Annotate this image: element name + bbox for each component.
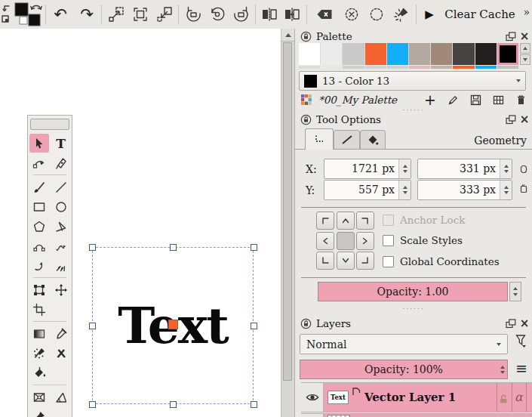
spin-arrows[interactable] bbox=[500, 181, 512, 199]
palette-scroll-up-button[interactable] bbox=[520, 43, 530, 54]
tab-fill[interactable] bbox=[360, 130, 386, 150]
layer-lock-icon[interactable] bbox=[498, 393, 509, 407]
edit-palette-button[interactable] bbox=[444, 93, 461, 107]
tool-opacity-spin[interactable] bbox=[509, 282, 521, 301]
palette-grid-button[interactable] bbox=[490, 93, 506, 107]
palette-swatch-8[interactable] bbox=[475, 43, 497, 65]
selection-handle[interactable] bbox=[89, 244, 96, 251]
anchor-tl-button[interactable] bbox=[316, 212, 334, 230]
anchor-down-button[interactable] bbox=[337, 252, 355, 270]
anchor-bl-button[interactable] bbox=[316, 252, 334, 270]
mirror-vertical-button[interactable] bbox=[281, 2, 303, 26]
checkbox[interactable] bbox=[383, 215, 394, 226]
width-spinbox[interactable]: 331 px bbox=[417, 159, 512, 179]
checkbox-row-global-coordinates[interactable]: Global Coordinates bbox=[383, 255, 500, 268]
palette-swatch-row2-5[interactable] bbox=[409, 66, 430, 69]
palette-swatch-6[interactable] bbox=[431, 43, 452, 65]
layer-row-vector-layer-1[interactable]: Text Vector Layer 1 α bbox=[301, 382, 532, 412]
spin-arrows[interactable] bbox=[500, 159, 512, 178]
anchor-tr-button[interactable] bbox=[356, 212, 374, 230]
deselect-round-button[interactable] bbox=[340, 2, 364, 26]
tool-measure[interactable] bbox=[51, 388, 71, 406]
palette-swatch-1[interactable] bbox=[321, 43, 342, 65]
tool-colorize-mask[interactable] bbox=[51, 344, 71, 363]
palette-swatch-0[interactable] bbox=[299, 43, 320, 65]
layer-filter-icon[interactable] bbox=[515, 334, 527, 348]
selection-handle[interactable] bbox=[251, 401, 257, 408]
tool-color-sampler[interactable] bbox=[51, 324, 71, 343]
palette-name[interactable]: *00_My Palette bbox=[318, 94, 416, 106]
palette-swatch-row2-6[interactable] bbox=[431, 66, 452, 69]
rotate-left-button[interactable] bbox=[181, 2, 205, 26]
tool-text-tool[interactable]: T bbox=[51, 134, 71, 153]
tool-opacity-slider[interactable]: Opacity: 1.00 bbox=[318, 282, 508, 301]
clear-cache-button[interactable]: Clear Cache bbox=[442, 2, 518, 26]
tool-line[interactable] bbox=[51, 178, 71, 196]
tool-polyline[interactable] bbox=[51, 217, 71, 236]
palette-swatch-row2-0[interactable] bbox=[299, 66, 320, 69]
checkbox-row-scale-styles[interactable]: Scale Styles bbox=[383, 233, 463, 247]
spin-arrows[interactable] bbox=[398, 181, 411, 199]
docker-resize-handle[interactable]: ······ bbox=[295, 307, 532, 311]
layers-float-button[interactable] bbox=[505, 317, 517, 329]
tool-edit-shapes[interactable] bbox=[29, 153, 49, 172]
checkbox[interactable] bbox=[383, 256, 394, 267]
anchor-br-button[interactable] bbox=[356, 252, 374, 270]
selection-handle[interactable] bbox=[89, 401, 96, 408]
tool-dynamic-brush[interactable] bbox=[29, 256, 49, 275]
paint-selection-button[interactable] bbox=[389, 2, 414, 26]
palette-list-icon[interactable] bbox=[300, 94, 312, 106]
selection-handle[interactable] bbox=[89, 323, 96, 329]
palette-swatch-row2-7[interactable] bbox=[453, 66, 474, 69]
layers-menu-icon[interactable]: ≡ bbox=[515, 361, 527, 375]
palette-swatch-5[interactable] bbox=[409, 43, 430, 65]
selection-handle[interactable] bbox=[251, 323, 257, 329]
tool-options-close-button[interactable]: × bbox=[518, 113, 530, 125]
height-spinbox[interactable]: 333 px bbox=[417, 180, 512, 200]
palette-close-button[interactable]: × bbox=[518, 30, 530, 42]
tool-multibrush[interactable] bbox=[51, 256, 71, 275]
play-button[interactable]: ▶ bbox=[420, 2, 439, 26]
toolbar-overflow-chevron[interactable]: » bbox=[523, 6, 530, 18]
tool-bezier-curve[interactable] bbox=[29, 236, 49, 255]
tool-freehand-brush[interactable] bbox=[29, 178, 49, 196]
x-position-spinbox[interactable]: 1721 px bbox=[324, 159, 411, 179]
mirror-horizontal-button[interactable] bbox=[258, 2, 281, 26]
palette-swatch-2[interactable] bbox=[343, 43, 364, 65]
selection-handle[interactable] bbox=[170, 244, 177, 251]
scrollbar-thumb[interactable] bbox=[283, 42, 292, 381]
palette-swatch-4[interactable] bbox=[387, 43, 408, 65]
tool-polygon[interactable] bbox=[29, 217, 49, 236]
checkbox[interactable] bbox=[383, 235, 394, 246]
checkbox-row-anchor-lock[interactable]: Anchor Lock bbox=[383, 213, 465, 227]
layer-opacity-slider[interactable]: Opacity: 100% bbox=[300, 360, 508, 379]
palette-swatch-row2-9[interactable] bbox=[497, 66, 518, 69]
palette-docker-header[interactable]: Palette bbox=[295, 29, 532, 44]
palette-swatch-9[interactable] bbox=[497, 43, 518, 65]
palette-color-select[interactable]: 13 - Color 13 bbox=[299, 71, 526, 91]
palette-swatch-row2-1[interactable] bbox=[321, 66, 342, 69]
spin-arrows[interactable] bbox=[398, 159, 411, 178]
tool-fill[interactable] bbox=[29, 363, 49, 382]
layer-thumbnail[interactable]: Text bbox=[328, 391, 349, 404]
tab-stroke[interactable] bbox=[334, 130, 360, 150]
zoom-100-button[interactable] bbox=[128, 2, 152, 26]
tool-assistants[interactable] bbox=[29, 388, 49, 406]
blend-mode-select[interactable]: Normal bbox=[300, 334, 508, 354]
tool-ellipse[interactable] bbox=[51, 197, 71, 216]
save-palette-button[interactable] bbox=[467, 93, 484, 107]
anchor-up-button[interactable] bbox=[337, 212, 355, 230]
layers-close-button[interactable]: × bbox=[518, 317, 530, 329]
layer-name[interactable]: Vector Layer 1 bbox=[364, 383, 456, 412]
selection-handle[interactable] bbox=[170, 401, 177, 408]
delete-color-button[interactable] bbox=[512, 93, 529, 107]
deselect-badge-button[interactable] bbox=[311, 2, 338, 26]
tool-smart-patch[interactable] bbox=[29, 344, 49, 363]
zoom-shrink-button[interactable] bbox=[152, 2, 177, 26]
scale-lock-icon[interactable] bbox=[520, 184, 527, 193]
zoom-expand-button[interactable] bbox=[104, 2, 128, 26]
rotate-reset-button[interactable] bbox=[205, 2, 229, 26]
palette-swatch-row2-3[interactable] bbox=[365, 66, 386, 69]
tool-reference-images[interactable] bbox=[29, 407, 49, 417]
aspect-ratio-lock-icon[interactable] bbox=[520, 165, 527, 174]
